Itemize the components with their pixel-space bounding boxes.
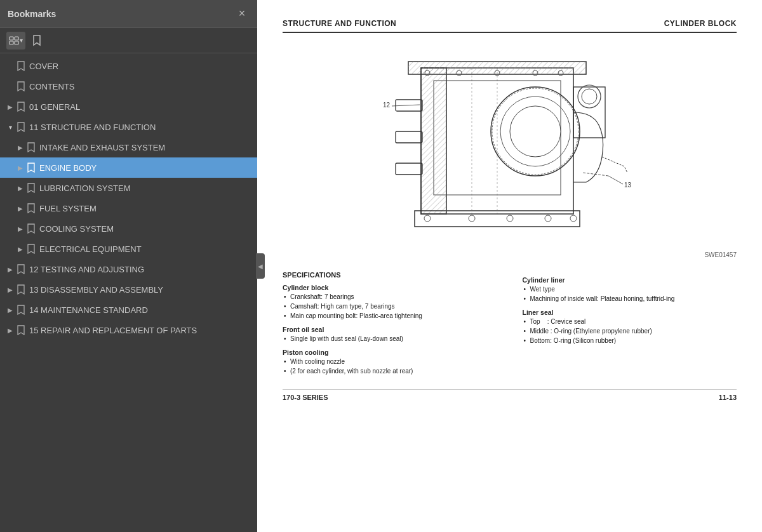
bookmark-icon-13-disassembly xyxy=(15,284,27,295)
specs-item-main-cap: Main cap mounting bolt: Plastic-area tig… xyxy=(283,312,497,321)
bookmark-icon-electrical xyxy=(25,243,37,255)
svg-point-38 xyxy=(545,215,551,222)
specs-left-column: SPECIFICATIONS Cylinder block Crankshaft… xyxy=(283,271,497,376)
svg-rect-0 xyxy=(10,37,13,40)
doc-series-label: 170-3 SERIES xyxy=(283,394,328,401)
specs-item-crankshaft: Crankshaft: 7 bearings xyxy=(283,293,497,302)
bookmark-icon-engine-body xyxy=(25,162,37,173)
specs-item-machining: Machining of inside wall: Plateau honing… xyxy=(523,295,737,303)
bookmark-label-fuel: FUEL SYSTEM xyxy=(39,204,97,213)
bookmark-item-13-disassembly[interactable]: ▶ 13 DISASSEMBLY AND ASSEMBLY xyxy=(0,279,257,300)
chevron-intake: ▶ xyxy=(15,142,25,152)
bookmark-icon-contents xyxy=(15,81,27,92)
specs-piston-cooling-list: With cooling nozzle (2 for each cylinder… xyxy=(283,357,497,376)
close-button[interactable]: × xyxy=(234,6,250,22)
svg-rect-18 xyxy=(396,163,422,175)
bookmark-label-cover: COVER xyxy=(29,62,58,71)
svg-text:12: 12 xyxy=(383,102,391,109)
specs-cylinder-liner-list: Wet type Machining of inside wall: Plate… xyxy=(523,285,737,303)
svg-rect-17 xyxy=(396,131,422,143)
bookmark-label-12-testing: 12 TESTING AND ADJUSTING xyxy=(29,265,144,274)
chevron-11-structure: ▾ xyxy=(5,122,15,132)
chevron-lubrication: ▶ xyxy=(15,183,25,193)
chevron-engine-body: ▶ xyxy=(15,163,25,173)
engine-diagram-svg: 12 13 xyxy=(345,46,675,249)
bookmark-icon-intake xyxy=(25,142,37,153)
collapse-panel-button[interactable]: ◀ xyxy=(256,253,265,279)
bookmark-label-11-structure: 11 STRUCTURE AND FUNCTION xyxy=(29,123,156,132)
svg-point-8 xyxy=(510,106,561,157)
specs-item-bottom-seal: Bottom: O-ring (Silicon rubber) xyxy=(523,336,737,345)
specs-item-top-seal: Top : Crevice seal xyxy=(523,317,737,326)
specs-piston-cooling-title: Piston cooling xyxy=(283,349,497,356)
chevron-electrical: ▶ xyxy=(15,244,25,254)
document-page[interactable]: STRUCTURE AND FUNCTION CYLINDER BLOCK xyxy=(257,0,762,532)
specs-item-wet-type: Wet type xyxy=(523,285,737,294)
bookmark-label-lubrication: LUBRICATION SYSTEM xyxy=(39,183,131,193)
bookmark-item-intake[interactable]: ▶ INTAKE AND EXHAUST SYSTEM xyxy=(0,137,257,157)
doc-chapter-title: CYLINDER BLOCK xyxy=(664,19,737,28)
svg-rect-2 xyxy=(10,41,13,44)
doc-section-title: STRUCTURE AND FUNCTION xyxy=(283,19,396,28)
bookmark-icon-12-testing xyxy=(15,263,27,275)
bookmark-item-15-repair[interactable]: ▶ 15 REPAIR AND REPLACEMENT OF PARTS xyxy=(0,320,257,340)
svg-point-37 xyxy=(507,215,513,222)
specs-cylinder-liner-title: Cylinder liner xyxy=(523,276,737,284)
specifications-section: SPECIFICATIONS Cylinder block Crankshaft… xyxy=(283,271,737,376)
specs-item-cooling-note: (2 for each cylinder, with sub nozzle at… xyxy=(283,367,497,376)
specs-main-title: SPECIFICATIONS xyxy=(283,271,497,279)
chevron-cooling: ▶ xyxy=(15,223,25,234)
bookmark-label-engine-body: ENGINE BODY xyxy=(39,163,97,173)
bookmark-label-contents: CONTENTS xyxy=(29,82,75,91)
specs-front-oil-seal-title: Front oil seal xyxy=(283,326,497,333)
specs-cylinder-block-title: Cylinder block xyxy=(283,284,497,291)
chevron-13-disassembly: ▶ xyxy=(5,284,15,295)
bookmark-item-contents[interactable]: ▶ CONTENTS xyxy=(0,76,257,96)
svg-rect-3 xyxy=(15,41,18,44)
svg-point-39 xyxy=(570,215,577,222)
bookmarks-header: Bookmarks × xyxy=(0,0,257,28)
specs-cylinder-block-list: Crankshaft: 7 bearings Camshaft: High ca… xyxy=(283,293,497,321)
expand-icon xyxy=(9,36,19,45)
expand-all-button[interactable]: ▾ xyxy=(6,32,25,50)
specs-right-column: Cylinder liner Wet type Machining of ins… xyxy=(523,271,737,376)
bookmark-item-electrical[interactable]: ▶ ELECTRICAL EQUIPMENT xyxy=(0,239,257,259)
bookmark-label-14-maintenance: 14 MAINTENANCE STANDARD xyxy=(29,305,148,315)
chevron-12-testing: ▶ xyxy=(5,264,15,274)
bookmark-icon-01-general xyxy=(15,101,27,112)
specs-item-single-lip: Single lip with dust seal (Lay-down seal… xyxy=(283,335,497,343)
document-panel: STRUCTURE AND FUNCTION CYLINDER BLOCK xyxy=(257,0,762,532)
bookmark-icon-fuel xyxy=(25,203,37,214)
bookmark-item-engine-body[interactable]: ▶ ENGINE BODY xyxy=(0,157,257,178)
bookmark-nav-button[interactable] xyxy=(28,32,46,50)
specs-item-middle-seal: Middle : O-ring (Ethylene propylene rubb… xyxy=(523,327,737,336)
document-footer: 170-3 SERIES 11-13 xyxy=(283,389,737,401)
doc-page-number: 11-13 xyxy=(719,394,737,401)
specs-liner-seal-list: Top : Crevice seal Middle : O-ring (Ethy… xyxy=(523,317,737,345)
specs-front-oil-seal-list: Single lip with dust seal (Lay-down seal… xyxy=(283,335,497,343)
bookmark-item-11-structure[interactable]: ▾ 11 STRUCTURE AND FUNCTION xyxy=(0,117,257,137)
bookmark-list[interactable]: ▶ COVER ▶ CONTENTS ▶ 01 GENERAL ▾ xyxy=(0,53,257,532)
bookmark-label-15-repair: 15 REPAIR AND REPLACEMENT OF PARTS xyxy=(29,326,197,335)
bookmark-icon-cover xyxy=(15,60,27,72)
bookmark-item-14-maintenance[interactable]: ▶ 14 MAINTENANCE STANDARD xyxy=(0,300,257,320)
specs-item-camshaft: Camshaft: High cam type, 7 bearings xyxy=(283,302,497,311)
bookmark-item-fuel[interactable]: ▶ FUEL SYSTEM xyxy=(0,198,257,218)
engine-diagram-area: 12 13 xyxy=(283,46,737,249)
chevron-01-general: ▶ xyxy=(5,102,15,112)
bookmark-icon-15-repair xyxy=(15,324,27,336)
chevron-15-repair: ▶ xyxy=(5,325,15,335)
diagram-caption: SWE01457 xyxy=(283,251,737,258)
bookmark-item-cover[interactable]: ▶ COVER xyxy=(0,56,257,76)
bookmark-icon xyxy=(32,35,42,46)
bookmark-item-lubrication[interactable]: ▶ LUBRICATION SYSTEM xyxy=(0,178,257,198)
specs-item-cooling-nozzle: With cooling nozzle xyxy=(283,357,497,366)
bookmark-item-cooling[interactable]: ▶ COOLING SYSTEM xyxy=(0,218,257,239)
bookmark-item-01-general[interactable]: ▶ 01 GENERAL xyxy=(0,96,257,117)
bookmark-icon-lubrication xyxy=(25,182,37,194)
svg-point-35 xyxy=(424,215,431,222)
specs-liner-seal-title: Liner seal xyxy=(523,309,737,316)
dropdown-arrow: ▾ xyxy=(20,37,23,44)
svg-line-25 xyxy=(608,176,623,184)
bookmark-item-12-testing[interactable]: ▶ 12 TESTING AND ADJUSTING xyxy=(0,259,257,279)
